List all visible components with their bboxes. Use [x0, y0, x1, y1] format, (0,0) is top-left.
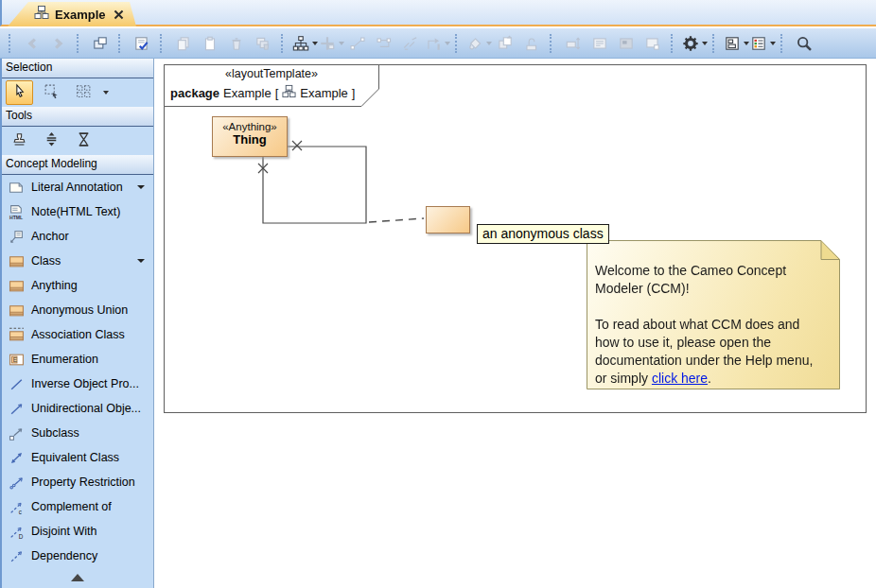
application-window: Example Selection Tools Concept Modeling…	[0, 0, 876, 588]
dropdown-arrow-icon[interactable]	[770, 42, 776, 45]
dropdown-arrow-icon[interactable]	[103, 91, 109, 95]
palette-item-label: Anchor	[31, 230, 69, 243]
inverse-line-icon	[9, 376, 25, 392]
window-shape-button	[640, 31, 665, 55]
palette-item-class[interactable]: Class	[2, 249, 153, 273]
legend-button[interactable]	[750, 31, 775, 55]
toolbar-group-grip	[550, 34, 554, 53]
gear-icon	[682, 35, 699, 52]
stamp-tool-button[interactable]	[6, 129, 33, 153]
reroute-icon	[425, 35, 442, 52]
image-shape-icon	[618, 35, 635, 52]
palette-item-property-restriction[interactable]: Property Restriction	[2, 470, 153, 494]
dropdown-arrow-icon	[339, 42, 344, 45]
related-elements-button[interactable]	[88, 31, 113, 55]
palette-item-note-html-text[interactable]: HTMLNote(HTML Text)	[2, 199, 153, 224]
delete-button	[224, 31, 249, 55]
thing-name: Thing	[213, 132, 287, 147]
palette-item-label: Anonymous Union	[31, 303, 128, 317]
dropdown-arrow-icon[interactable]	[744, 42, 749, 45]
distribute-tool-button[interactable]	[38, 129, 65, 153]
search-icon	[796, 35, 813, 52]
make-same-size-button	[561, 31, 586, 55]
note-icon	[9, 180, 25, 196]
to-front-icon	[497, 35, 514, 52]
dropdown-arrow-icon[interactable]	[137, 259, 145, 263]
palette-item-label: Note(HTML Text)	[31, 205, 120, 218]
dropdown-arrow-icon[interactable]	[702, 42, 708, 45]
distribute-icon	[44, 131, 60, 151]
palette-item-label: Association Class	[31, 328, 125, 341]
toolbar-group-grip	[455, 34, 460, 53]
click-here-link[interactable]: click here	[652, 371, 708, 386]
back-button	[20, 31, 44, 55]
window-shape-icon	[644, 35, 661, 52]
palette-item-disjoint-with[interactable]: DDisjoint With	[2, 519, 153, 544]
forward-arrow-icon	[50, 35, 67, 52]
anonymous-class-shape[interactable]	[426, 206, 470, 233]
text-box-icon	[591, 35, 608, 52]
align-icon	[319, 35, 336, 52]
palette-item-association-class[interactable]: Association Class	[2, 322, 153, 347]
frame-ref-name: Example	[300, 86, 348, 100]
toolbar-group-grip	[160, 34, 165, 53]
tree-layout-icon	[292, 35, 309, 52]
reroute-path-button	[425, 31, 449, 55]
cascade-windows-icon	[92, 35, 109, 52]
frame-header: package Example [ Example ]	[170, 84, 355, 101]
palette-item-enumeration[interactable]: EEnumeration	[2, 347, 153, 372]
association-class-icon	[9, 327, 25, 343]
section-header-concept-modeling: Concept Modeling	[2, 155, 153, 175]
note-paragraph-2: To read about what CCM does and how to u…	[595, 316, 832, 388]
back-arrow-icon	[24, 35, 41, 52]
palette-item-complement-of[interactable]: cComplement of	[2, 494, 153, 519]
palette-item-subclass[interactable]: Subclass	[2, 421, 153, 445]
close-icon[interactable]	[113, 9, 125, 21]
tab-example[interactable]: Example	[8, 2, 136, 26]
palette-item-equivalent-class[interactable]: Equivalent Class	[2, 445, 153, 470]
palette-item-anchor[interactable]: Anchor	[2, 224, 153, 249]
main-toolbar	[0, 28, 876, 59]
overview-icon	[724, 35, 741, 52]
oblique-path-button	[398, 31, 423, 55]
diagram-icon	[282, 84, 296, 101]
palette-item-inverse-object-pro[interactable]: Inverse Object Pro...	[2, 372, 153, 396]
zigzag-tool-icon	[402, 35, 419, 52]
svg-text:D: D	[19, 533, 24, 540]
palette-item-anything[interactable]: Anything	[2, 273, 153, 298]
diagram-overview-button[interactable]	[724, 31, 748, 55]
enumeration-icon: E	[9, 352, 25, 368]
note-text: Welcome to the Cameo Concept Modeler (CC…	[587, 240, 840, 389]
dropdown-arrow-icon[interactable]	[137, 185, 145, 189]
format-painter-icon	[523, 35, 540, 52]
scroll-up-arrow-icon[interactable]	[71, 574, 84, 581]
palette-item-label: Disjoint With	[31, 525, 96, 538]
group-select-tool-button[interactable]	[70, 80, 97, 105]
palette-item-anonymous-union[interactable]: Anonymous Union	[2, 298, 153, 322]
delete-from-diagram-button	[251, 31, 275, 55]
diagram-check-icon	[133, 35, 150, 52]
validate-diagram-button[interactable]	[130, 31, 154, 55]
marquee-select-tool-button[interactable]	[38, 80, 65, 105]
palette-item-label: Subclass	[31, 426, 79, 440]
class-box-icon	[9, 253, 25, 269]
toolbar-group-grip	[9, 34, 13, 53]
palette-item-unidirectional-obje[interactable]: Unidirectional Obje...	[2, 396, 153, 421]
quick-layout-button[interactable]	[292, 31, 317, 55]
class-shape-thing[interactable]: «Anything» Thing	[212, 116, 288, 157]
cursor-icon	[11, 83, 27, 103]
settings-button[interactable]	[682, 31, 707, 55]
toolbar-group-grip	[77, 34, 81, 53]
extents-tool-button[interactable]	[70, 129, 97, 153]
welcome-note[interactable]: Welcome to the Cameo Concept Modeler (CC…	[587, 240, 840, 389]
palette-item-literal-annotation[interactable]: Literal Annotation	[2, 175, 153, 199]
search-button[interactable]	[792, 31, 816, 55]
dropdown-arrow-icon[interactable]	[312, 42, 318, 45]
palette-item-dependency[interactable]: Dependency	[2, 544, 153, 568]
text-area-button	[587, 31, 612, 55]
fill-color-button	[466, 31, 491, 55]
paste-button	[198, 31, 222, 55]
diagram-canvas[interactable]: «layoutTemplate» package Example [ Examp…	[154, 59, 876, 588]
copy-icon	[175, 35, 192, 52]
select-tool-button[interactable]	[6, 80, 33, 105]
